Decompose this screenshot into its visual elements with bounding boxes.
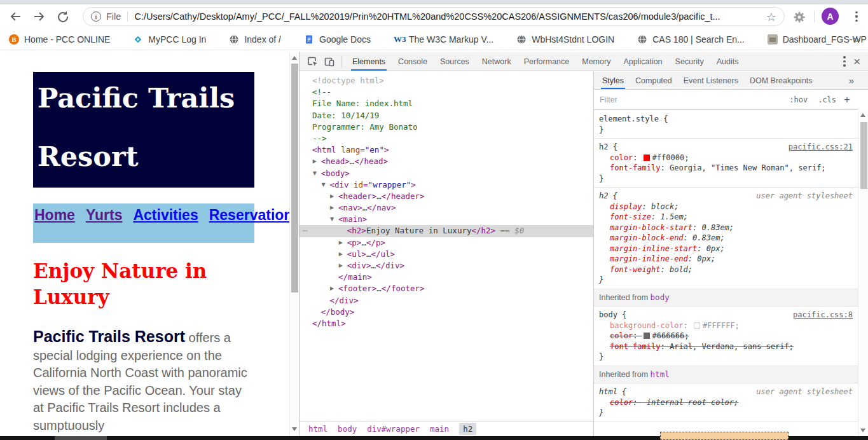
css-property[interactable]: color: #666666; xyxy=(599,331,853,341)
forward-button[interactable] xyxy=(32,10,46,24)
scrollbar-thumb[interactable] xyxy=(291,64,298,292)
scroll-up-icon[interactable] xyxy=(860,113,865,117)
bookmark-index-of[interactable]: Index of / xyxy=(229,34,281,45)
dom-line[interactable]: </main> xyxy=(300,272,593,283)
css-property[interactable]: color: #ff0000; xyxy=(599,153,853,163)
color-swatch[interactable] xyxy=(644,333,650,339)
bookmark-google-docs[interactable]: Google Docs xyxy=(304,34,371,45)
inspect-element-icon[interactable] xyxy=(305,53,321,70)
color-swatch[interactable] xyxy=(644,155,650,161)
breadcrumb-item-div-wrapper[interactable]: div#wrapper xyxy=(367,424,420,434)
bookmark-dashboard-fgs-wp[interactable]: Dashboard_FGS-WP xyxy=(768,34,867,45)
expander-closed-icon[interactable]: ▶ xyxy=(339,260,343,272)
dom-line[interactable]: ▶<head>…</head> xyxy=(300,156,593,167)
dom-line[interactable]: ▶<nav>…</nav> xyxy=(300,202,593,214)
sidebar-tab-computed[interactable]: Computed xyxy=(630,72,678,89)
expander-open-icon[interactable]: ▼ xyxy=(313,168,317,179)
dom-line[interactable]: </body> xyxy=(300,306,593,318)
devtools-tab-audits[interactable]: Audits xyxy=(710,52,745,71)
sidebar-tab-dom-breakpoints[interactable]: DOM Breakpoints xyxy=(744,72,818,89)
devtools-tab-security[interactable]: Security xyxy=(669,52,710,71)
devtools-tab-sources[interactable]: Sources xyxy=(434,52,476,71)
expander-closed-icon[interactable]: ▶ xyxy=(330,202,334,214)
browser-menu-icon[interactable] xyxy=(851,10,862,23)
page-scrollbar[interactable] xyxy=(289,52,299,436)
breadcrumb-item-html[interactable]: html xyxy=(308,424,327,434)
dom-line[interactable]: <!doctype html> xyxy=(300,75,593,86)
nav-link-activities[interactable]: Activities xyxy=(133,207,198,223)
css-property[interactable]: font-weight: bold; xyxy=(599,265,853,275)
css-property[interactable]: font-family: Georgia, "Times New Roman",… xyxy=(599,163,853,174)
scroll-up-icon[interactable] xyxy=(292,56,297,60)
css-property[interactable]: font-family: Arial, Verdana, sans-serif; xyxy=(599,341,853,352)
inherited-element-link[interactable]: html xyxy=(651,369,670,379)
dom-line[interactable]: Programmer: Amy Bonato xyxy=(300,121,593,133)
scrollbar-thumb[interactable] xyxy=(860,122,867,189)
css-property[interactable]: margin-block-end: 0.83em; xyxy=(599,233,853,244)
css-property[interactable]: display: block; xyxy=(599,202,853,212)
expander-closed-icon[interactable]: ▶ xyxy=(330,191,334,202)
page-info-icon[interactable]: i xyxy=(91,11,101,22)
styles-filter-input[interactable]: Filter xyxy=(594,95,784,104)
devtools-tab-network[interactable]: Network xyxy=(476,52,518,71)
breadcrumb-item-main[interactable]: main xyxy=(430,424,449,434)
refresh-button[interactable] xyxy=(56,10,70,24)
css-property[interactable]: margin-inline-end: 0px; xyxy=(599,254,853,265)
dom-line[interactable]: ▼<body> xyxy=(300,168,593,179)
scroll-down-icon[interactable] xyxy=(860,429,865,432)
sidebar-tab-styles[interactable]: Styles xyxy=(596,72,630,89)
expander-open-icon[interactable]: ▼ xyxy=(330,214,334,225)
device-toolbar-icon[interactable] xyxy=(321,53,338,70)
expander-closed-icon[interactable]: ▶ xyxy=(313,156,317,167)
dom-line[interactable]: ▶<ul>…</ul> xyxy=(300,249,593,260)
bookmark-mypcc-log-in[interactable]: MyPCC Log In xyxy=(133,34,206,45)
inherited-element-link[interactable]: body xyxy=(651,292,670,302)
dom-line[interactable]: ▶<p>…</p> xyxy=(300,237,593,249)
breadcrumb-item-h2[interactable]: h2 xyxy=(459,423,476,435)
css-property[interactable]: background-color: #FFFFFF; xyxy=(599,320,853,331)
breadcrumb-item-body[interactable]: body xyxy=(338,424,357,434)
dom-line[interactable]: ▶<div>…</div> xyxy=(300,260,593,272)
dom-line[interactable]: <!-- xyxy=(300,86,593,98)
dom-line[interactable]: ▼<div id="wrapper"> xyxy=(300,179,593,191)
bookmark-the-w3c-markup-v[interactable]: W3The W3C Markup V... xyxy=(394,34,493,45)
bookmark-cas-180-search-en[interactable]: CAS 180 | Search En... xyxy=(637,34,745,45)
stylesheet-source-link[interactable]: pacific.css:21 xyxy=(789,142,853,153)
devtools-close-icon[interactable]: × xyxy=(850,55,868,67)
dom-line[interactable]: ▶<footer>…</footer> xyxy=(300,283,593,294)
css-property[interactable]: margin-block-start: 0.83em; xyxy=(599,223,853,233)
dom-line[interactable]: --> xyxy=(300,133,593,144)
extensions-icon[interactable] xyxy=(792,10,806,24)
dom-line[interactable]: </html> xyxy=(300,318,593,329)
dom-line[interactable]: Date: 10/14/19 xyxy=(300,110,593,121)
classes-button[interactable]: .cls xyxy=(813,95,841,104)
devtools-tab-application[interactable]: Application xyxy=(617,52,668,71)
devtools-tab-elements[interactable]: Elements xyxy=(346,52,392,71)
expander-closed-icon[interactable]: ▶ xyxy=(339,249,343,260)
expander-closed-icon[interactable]: ▶ xyxy=(330,283,334,294)
devtools-tab-memory[interactable]: Memory xyxy=(575,52,617,71)
devtools-menu-icon[interactable] xyxy=(839,56,850,67)
stylesheet-source-link[interactable]: pacific.css:8 xyxy=(793,310,853,320)
dom-line[interactable]: ⋯<h2>Enjoy Nature in Luxury</h2> == $0 xyxy=(300,225,593,237)
styles-scrollbar[interactable] xyxy=(858,111,868,436)
profile-avatar[interactable]: A xyxy=(822,8,839,25)
css-property[interactable]: color: -internal-root-color; xyxy=(599,397,853,408)
bookmark-home-pcc-online[interactable]: BHome - PCC ONLINE xyxy=(9,34,110,45)
back-button[interactable] xyxy=(8,10,22,24)
expander-closed-icon[interactable]: ▶ xyxy=(339,237,343,249)
dom-line[interactable]: </div> xyxy=(300,295,593,306)
nav-link-reservations[interactable]: Reservations xyxy=(209,207,289,223)
dom-line[interactable]: <html lang="en"> xyxy=(300,144,593,156)
css-property[interactable]: font-size: 1.5em; xyxy=(599,212,853,223)
devtools-tab-console[interactable]: Console xyxy=(392,52,434,71)
sidebar-tab-event-listeners[interactable]: Event Listeners xyxy=(678,72,744,89)
bookmark-wbhst4stdnt-login[interactable]: WbHst4Stdnt LOGIN xyxy=(516,34,614,45)
dom-line[interactable]: ▼<main> xyxy=(300,214,593,225)
rule-selector[interactable]: element.style { xyxy=(599,114,853,125)
hover-state-button[interactable]: :hov xyxy=(784,95,813,104)
nav-link-yurts[interactable]: Yurts xyxy=(86,207,123,223)
css-property[interactable]: margin-inline-start: 0px; xyxy=(599,244,853,254)
bookmarks-overflow-chevron[interactable]: » xyxy=(853,33,859,46)
url-text[interactable]: C:/Users/Cathy/Desktop/Amy/_PCC/_FALL%20… xyxy=(134,11,761,22)
